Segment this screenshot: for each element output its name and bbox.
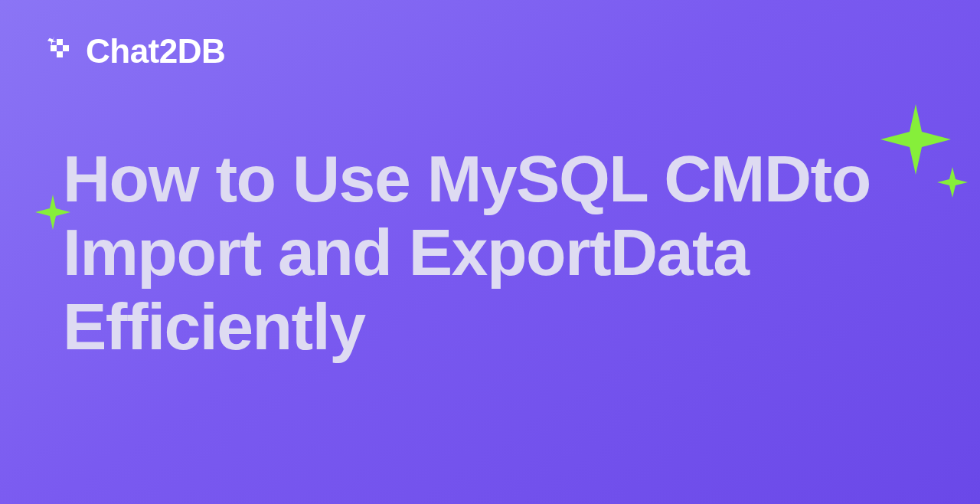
brand-lockup: Chat2DB [46,32,225,70]
sparkle-icon [35,195,70,233]
brand-name: Chat2DB [86,32,225,70]
brand-logo-icon [46,34,77,68]
sparkle-icon [937,167,968,201]
hero-headline: How to Use MySQL CMDto Import and Export… [63,142,934,363]
